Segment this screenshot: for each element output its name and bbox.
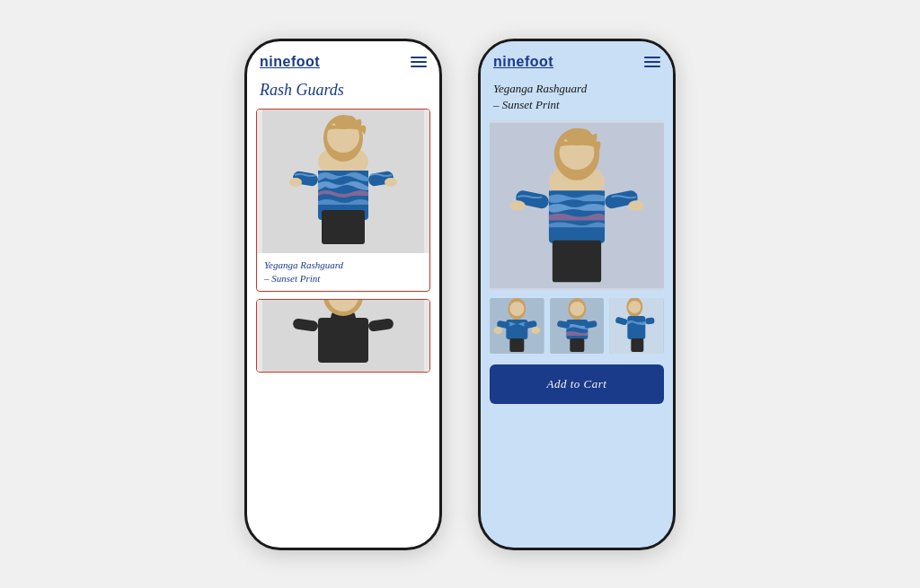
left-phone-wrapper: ninefoot Rash Guards [244, 39, 442, 550]
left-brand-name[interactable]: ninefoot [260, 54, 320, 70]
right-header: ninefoot [481, 41, 673, 77]
svg-rect-8 [322, 210, 365, 244]
left-hamburger-icon[interactable] [411, 57, 427, 67]
product-card-2[interactable] [256, 299, 430, 373]
product-card-1[interactable]: Yeganga Rashguard– Sunset Print [256, 109, 430, 293]
svg-point-27 [628, 200, 643, 211]
product-image-2 [257, 300, 429, 372]
svg-rect-51 [628, 316, 646, 339]
svg-point-39 [531, 327, 540, 334]
thumbnail-2[interactable] [550, 298, 605, 354]
svg-point-6 [289, 178, 302, 187]
right-phone: ninefoot Yeganga Rashguard– Sunset Print [478, 39, 676, 550]
svg-rect-53 [645, 317, 655, 324]
product-list: Yeganga Rashguard– Sunset Print [247, 109, 439, 548]
thumbnail-1[interactable] [490, 298, 544, 354]
svg-point-38 [493, 327, 502, 334]
thumbnail-row [481, 291, 673, 361]
svg-point-26 [509, 200, 525, 211]
product-title-1: Yeganga Rashguard– Sunset Print [257, 253, 429, 292]
right-screen: ninefoot Yeganga Rashguard– Sunset Print [481, 41, 673, 548]
svg-point-43 [570, 302, 584, 316]
left-phone: ninefoot Rash Guards [244, 39, 442, 550]
svg-rect-40 [509, 338, 524, 352]
add-to-cart-button[interactable]: Add to Cart [490, 364, 664, 404]
svg-point-34 [509, 302, 524, 316]
thumbnail-3[interactable] [609, 298, 664, 354]
svg-rect-28 [553, 241, 601, 283]
svg-rect-44 [566, 320, 588, 339]
right-phone-wrapper: ninefoot Yeganga Rashguard– Sunset Print [478, 39, 676, 550]
left-header: ninefoot [247, 41, 439, 77]
left-screen: ninefoot Rash Guards [247, 41, 439, 548]
page-title: Rash Guards [247, 77, 439, 109]
svg-point-50 [629, 301, 641, 313]
svg-rect-47 [570, 338, 584, 352]
main-product-image [490, 120, 664, 291]
product-detail-title: Yeganga Rashguard– Sunset Print [481, 77, 673, 120]
right-brand-name[interactable]: ninefoot [493, 54, 553, 70]
svg-point-7 [385, 178, 397, 187]
right-hamburger-icon[interactable] [644, 57, 660, 67]
svg-rect-54 [632, 338, 644, 352]
product-image-1 [257, 110, 429, 253]
